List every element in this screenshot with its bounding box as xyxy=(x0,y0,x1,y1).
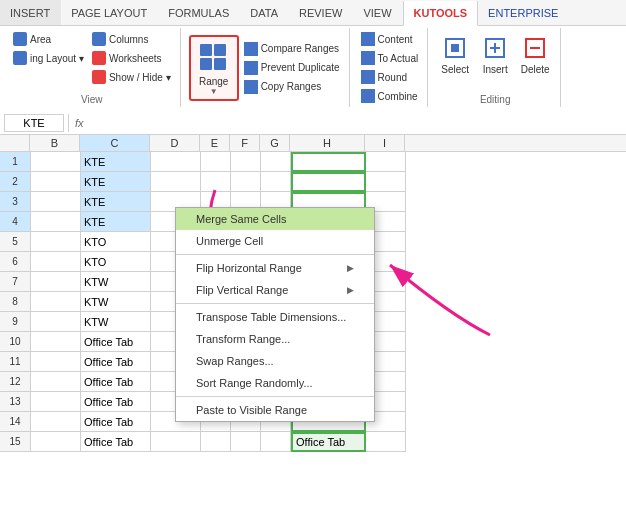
col-header-c[interactable]: C xyxy=(80,135,150,151)
tab-page-layout[interactable]: PAGE LAYOUT xyxy=(61,0,158,25)
table-row: Office Tab Office Tab xyxy=(31,432,626,452)
menu-item-paste-visible[interactable]: Paste to Visible Range xyxy=(176,399,374,421)
cell-c13[interactable]: Office Tab xyxy=(81,392,151,412)
tab-formulas[interactable]: FORMULAS xyxy=(158,0,240,25)
cell-c5[interactable]: KTO xyxy=(81,232,151,252)
col-header-d[interactable]: D xyxy=(150,135,200,151)
col-header-i[interactable]: I xyxy=(365,135,405,151)
cell-c11[interactable]: Office Tab xyxy=(81,352,151,372)
cell-i1[interactable] xyxy=(366,152,406,172)
cell-b13[interactable] xyxy=(31,392,81,412)
svg-rect-1 xyxy=(214,44,226,56)
cell-c10[interactable]: Office Tab xyxy=(81,332,151,352)
cell-c15[interactable]: Office Tab xyxy=(81,432,151,452)
cell-e15[interactable] xyxy=(201,432,231,452)
cell-c4[interactable]: KTE xyxy=(81,212,151,232)
menu-item-flip-h[interactable]: Flip Horizontal Range ▶ xyxy=(176,257,374,279)
range-icon xyxy=(196,40,232,76)
tab-enterprise[interactable]: ENTERPRISE xyxy=(478,0,569,25)
to-actual-button[interactable]: To Actual xyxy=(358,49,422,67)
tab-review[interactable]: REVIEW xyxy=(289,0,353,25)
prevent-duplicate-button[interactable]: Prevent Duplicate xyxy=(241,59,343,77)
menu-item-sort-random[interactable]: Sort Range Randomly... xyxy=(176,372,374,394)
col-header-g[interactable]: G xyxy=(260,135,290,151)
cell-b11[interactable] xyxy=(31,352,81,372)
cell-c8[interactable]: KTW xyxy=(81,292,151,312)
cell-b12[interactable] xyxy=(31,372,81,392)
cell-b9[interactable] xyxy=(31,312,81,332)
cell-b7[interactable] xyxy=(31,272,81,292)
delete-button[interactable]: Delete xyxy=(516,30,554,78)
cell-b10[interactable] xyxy=(31,332,81,352)
content-button[interactable]: Content xyxy=(358,30,422,48)
cell-b1[interactable] xyxy=(31,152,81,172)
cell-f15[interactable] xyxy=(231,432,261,452)
layout-button[interactable]: ing Layout ▾ xyxy=(10,49,87,67)
cell-b5[interactable] xyxy=(31,232,81,252)
cell-b4[interactable] xyxy=(31,212,81,232)
menu-item-swap[interactable]: Swap Ranges... xyxy=(176,350,374,372)
tab-data[interactable]: DATA xyxy=(240,0,289,25)
select-button[interactable]: Select xyxy=(436,30,474,78)
formula-input[interactable] xyxy=(90,117,622,129)
round-button[interactable]: Round xyxy=(358,68,422,86)
columns-icon xyxy=(92,32,106,46)
cell-c1[interactable]: KTE xyxy=(81,152,151,172)
cell-e1[interactable] xyxy=(201,152,231,172)
menu-item-transpose[interactable]: Transpose Table Dimensions... xyxy=(176,306,374,328)
cell-c14[interactable]: Office Tab xyxy=(81,412,151,432)
col-header-e[interactable]: E xyxy=(200,135,230,151)
combine-button[interactable]: Combine xyxy=(358,87,422,105)
col-header-h[interactable]: H xyxy=(290,135,365,151)
cell-b2[interactable] xyxy=(31,172,81,192)
cell-f2[interactable] xyxy=(231,172,261,192)
cell-i2[interactable] xyxy=(366,172,406,192)
cell-d15[interactable] xyxy=(151,432,201,452)
cell-g2[interactable] xyxy=(261,172,291,192)
cell-c6[interactable]: KTO xyxy=(81,252,151,272)
ribbon-body: Area ing Layout ▾ Columns Worksheets xyxy=(0,26,626,111)
cell-d2[interactable] xyxy=(151,172,201,192)
worksheets-button[interactable]: Worksheets xyxy=(89,49,174,67)
cell-h2[interactable] xyxy=(291,172,366,192)
menu-item-unmerge[interactable]: Unmerge Cell xyxy=(176,230,374,252)
cell-c7[interactable]: KTW xyxy=(81,272,151,292)
show-hide-button[interactable]: Show / Hide ▾ xyxy=(89,68,174,86)
tab-kutools[interactable]: KUTOOLS xyxy=(403,1,479,26)
tab-view[interactable]: VIEW xyxy=(353,0,402,25)
insert-button[interactable]: Insert xyxy=(476,30,514,78)
cell-c3[interactable]: KTE xyxy=(81,192,151,212)
range-big-button[interactable]: Range ▼ xyxy=(189,35,239,101)
content-icon xyxy=(361,32,375,46)
name-box[interactable] xyxy=(4,114,64,132)
range-col: Compare Ranges Prevent Duplicate Copy Ra… xyxy=(241,40,343,96)
cell-b6[interactable] xyxy=(31,252,81,272)
cell-c2[interactable]: KTE xyxy=(81,172,151,192)
cell-f1[interactable] xyxy=(231,152,261,172)
cell-g15[interactable] xyxy=(261,432,291,452)
menu-item-transform[interactable]: Transform Range... xyxy=(176,328,374,350)
cell-h15-merged-start[interactable]: Office Tab xyxy=(291,432,366,452)
cell-c12[interactable]: Office Tab xyxy=(81,372,151,392)
tab-insert[interactable]: INSERT xyxy=(0,0,61,25)
menu-item-flip-v[interactable]: Flip Vertical Range ▶ xyxy=(176,279,374,301)
copy-ranges-button[interactable]: Copy Ranges xyxy=(241,78,343,96)
cell-b15[interactable] xyxy=(31,432,81,452)
cell-c9[interactable]: KTW xyxy=(81,312,151,332)
columns-button[interactable]: Columns xyxy=(89,30,174,48)
cell-h1[interactable] xyxy=(291,152,366,172)
area-button[interactable]: Area xyxy=(10,30,87,48)
menu-item-merge-same[interactable]: Merge Same Cells xyxy=(176,208,374,230)
cell-d1[interactable] xyxy=(151,152,201,172)
compare-ranges-button[interactable]: Compare Ranges xyxy=(241,40,343,58)
cell-e2[interactable] xyxy=(201,172,231,192)
worksheets-icon xyxy=(92,51,106,65)
cell-b8[interactable] xyxy=(31,292,81,312)
cell-b3[interactable] xyxy=(31,192,81,212)
cell-b14[interactable] xyxy=(31,412,81,432)
col-header-f[interactable]: F xyxy=(230,135,260,151)
cell-i15[interactable] xyxy=(366,432,406,452)
row-num-7: 7 xyxy=(0,272,30,292)
cell-g1[interactable] xyxy=(261,152,291,172)
col-header-b[interactable]: B xyxy=(30,135,80,151)
